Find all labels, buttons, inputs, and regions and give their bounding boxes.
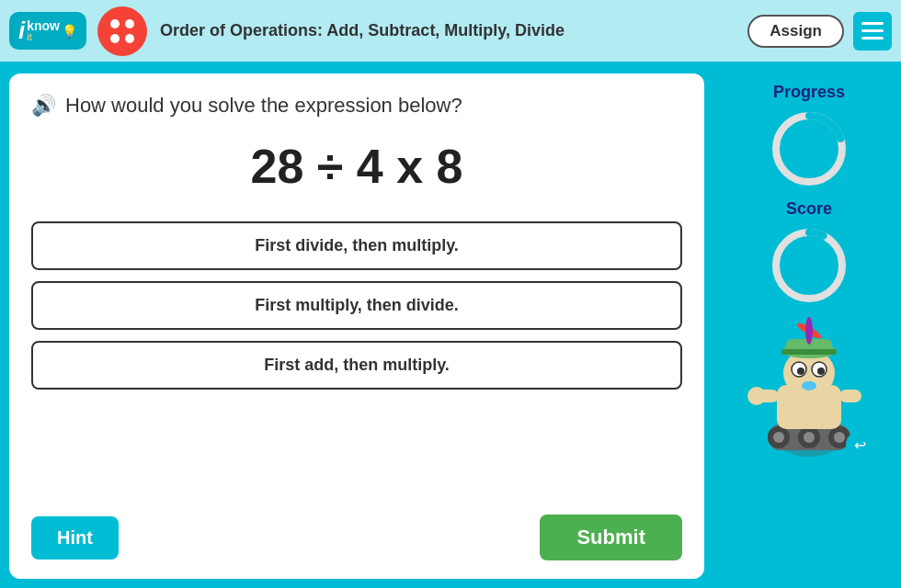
panel-divider (713, 74, 717, 579)
logo-i-text: i (18, 17, 25, 45)
answer-option-1[interactable]: First divide, then multiply. (31, 221, 682, 270)
menu-bar-1 (861, 22, 884, 25)
lesson-title: Order of Operations: Add, Subtract, Mult… (160, 20, 747, 41)
svg-point-10 (804, 432, 815, 443)
question-area: 🔊 How would you solve the expression bel… (31, 92, 682, 505)
svg-rect-29 (781, 349, 837, 355)
menu-bar-3 (861, 37, 884, 40)
score-circle: 2 (768, 224, 850, 307)
menu-bar-2 (861, 29, 884, 32)
logo: i know it 💡 (9, 12, 86, 50)
answer-option-2[interactable]: First multiply, then divide. (31, 281, 682, 330)
robot-character: ↩ (740, 316, 878, 463)
left-panel: 🔊 How would you solve the expression bel… (9, 74, 704, 579)
assign-button[interactable]: Assign (747, 15, 844, 48)
header-actions: Assign (747, 12, 892, 51)
progress-label: Progress (773, 83, 845, 102)
content-area: 🔊 How would you solve the expression bel… (0, 64, 901, 588)
back-arrow-icon[interactable]: ↩ (846, 431, 873, 458)
score-section: Score 2 (768, 199, 850, 307)
lightbulb-icon: 💡 (62, 24, 77, 39)
bottom-row: Hint Submit (31, 514, 682, 560)
question-text: How would you solve the expression below… (65, 92, 462, 120)
main-container: i know it 💡 Order of Operations: Add, Su… (0, 0, 901, 588)
progress-value: 3/15 (793, 140, 825, 159)
submit-button[interactable]: Submit (540, 514, 682, 560)
dice-icon (97, 6, 147, 56)
svg-point-14 (747, 387, 766, 405)
logo-know-text: know (27, 19, 60, 32)
svg-point-19 (797, 368, 804, 375)
header: i know it 💡 Order of Operations: Add, Su… (0, 0, 901, 64)
svg-point-28 (805, 317, 813, 345)
score-value: 2 (804, 256, 814, 276)
math-expression: 28 ÷ 4 x 8 (31, 139, 682, 194)
svg-point-9 (773, 432, 784, 443)
progress-section: Progress 3/15 (768, 83, 850, 190)
svg-point-11 (834, 432, 845, 443)
hint-button[interactable]: Hint (31, 516, 119, 560)
score-label: Score (786, 199, 832, 219)
logo-it-text: it (27, 32, 60, 42)
svg-point-20 (817, 368, 825, 375)
menu-button[interactable] (853, 12, 892, 51)
audio-icon[interactable]: 🔊 (31, 94, 56, 118)
right-panel: Progress 3/15 Score 2 (726, 74, 892, 579)
question-header: 🔊 How would you solve the expression bel… (31, 92, 682, 120)
answer-options: First divide, then multiply. First multi… (31, 221, 682, 390)
svg-rect-22 (806, 386, 812, 390)
progress-circle: 3/15 (768, 107, 850, 190)
answer-option-3[interactable]: First add, then multiply. (31, 341, 682, 390)
svg-rect-15 (839, 390, 861, 402)
